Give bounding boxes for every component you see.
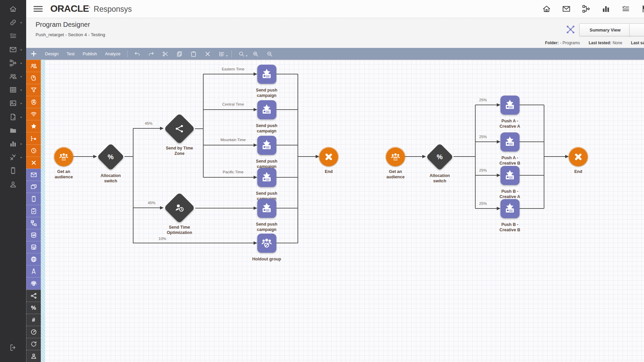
tab-analyze[interactable]: Analyze [105,48,120,59]
tab-test[interactable]: Test [66,48,74,59]
palette-item-filter[interactable] [26,84,41,96]
sidebar-item-analytics[interactable]: ▸ [0,137,26,150]
node-push-b-creative-b[interactable]: Push B -Creative B [500,199,520,218]
node-send-push-1[interactable]: Send pushcampaign [257,65,276,84]
redo-button[interactable] [147,49,156,59]
svg-text:%: % [108,153,114,161]
node-holdout-group[interactable]: Holdout group [257,234,276,253]
add-node-button[interactable] [26,48,41,60]
hamburger-menu-icon[interactable] [34,6,43,12]
palette-item-mobile-campaign[interactable] [26,193,41,205]
sidebar-item-account[interactable] [0,178,26,191]
meta-item: Folder:- Programs [545,41,580,45]
palette-item-wait[interactable] [26,338,41,350]
palette-item-design[interactable] [26,265,41,277]
palette-item-favorite[interactable] [26,120,41,132]
paste-button[interactable] [189,49,198,59]
palette-item-email-campaign[interactable] [26,169,41,181]
sidebar-item-tasks[interactable] [0,29,26,42]
palette-item-program-link[interactable] [26,132,41,144]
palette-resize-gutter[interactable] [41,60,45,362]
bar-chart-icon[interactable] [601,4,610,13]
tab-publish[interactable]: Publish [83,48,97,59]
node-label: Allocationswitch [419,173,461,184]
node-get-audience-1[interactable]: Get anaudience [54,147,73,166]
palette-item-campaign[interactable] [26,181,41,193]
sidebar-item-programs[interactable]: ▸ [0,57,26,69]
zoom-in-button[interactable] [251,49,260,59]
align-button[interactable]: ▾ [217,49,226,59]
delete-button[interactable] [203,49,212,59]
logout-icon[interactable] [0,341,26,354]
program-canvas[interactable] [45,60,644,362]
expand-arrow-icon: ▸ [20,75,22,78]
node-send-push-3[interactable]: Send pushcampaign [257,136,276,155]
node-label: Send pushcampaign [246,222,287,232]
palette-item-audience[interactable] [26,60,41,72]
network-view-icon[interactable] [566,24,576,35]
palette-item-switch[interactable] [26,290,41,302]
sidebar-item-folders[interactable] [0,124,26,137]
push-icon [257,100,276,119]
node-send-push-5[interactable]: Send pushcampaign [257,199,276,218]
workflow-icon[interactable] [582,4,591,13]
node-label: Get anaudience [375,169,416,180]
undo-button[interactable] [132,49,142,59]
palette-item-decision[interactable] [26,217,41,229]
node-send-by-time-zone[interactable]: Send by TimeZone [168,118,191,140]
zoom-select-button[interactable]: ▾ [237,49,246,59]
palette-item-proximity[interactable] [26,108,41,120]
flag-icon[interactable] [641,4,644,13]
palette-item-allocation-switch[interactable]: % [26,302,41,314]
node-push-a-creative-b[interactable]: Push A -Creative B [500,132,520,152]
palette-item-data-verify[interactable] [26,229,41,241]
node-get-audience-2[interactable]: Get anaudience [386,147,405,166]
zoom-out-button[interactable] [265,49,274,59]
node-end-2[interactable]: End [569,147,588,166]
palette-item-holdout-group[interactable] [26,277,41,289]
home-icon[interactable] [542,4,551,13]
summary-view-button[interactable]: Summary View [579,23,631,36]
sidebar-item-tools[interactable]: ▸ [0,151,26,164]
palette-item-profile-switch[interactable] [26,350,41,362]
tab-design[interactable]: Design [45,48,58,59]
node-allocation-switch-1[interactable]: %Allocationswitch [101,147,120,167]
toolbar-divider [231,51,232,57]
mail-icon[interactable] [562,4,571,13]
sidebar-item-forms[interactable]: ▸ [0,111,26,123]
expand-arrow-icon: ▸ [20,48,22,51]
app-sidebar: ▸▸▸▸▸▸▸▸▸ [0,0,26,362]
palette-item-profile-data[interactable] [26,72,41,84]
palette-item-data-export[interactable] [26,241,41,253]
task-list-icon[interactable] [621,4,630,13]
node-label: Push B -Creative A [489,189,531,199]
sidebar-item-audiences[interactable]: ▸ [0,70,26,83]
node-allocation-switch-2[interactable]: %Allocationswitch [430,147,449,167]
palette-item-data-switch[interactable]: # [26,314,41,326]
sidebar-item-links[interactable]: ▸ [0,16,26,29]
sidebar-item-data[interactable]: ▸ [0,83,26,96]
sidebar-item-home[interactable] [0,3,26,15]
sidebar-item-mobile[interactable] [0,164,26,177]
sidebar-item-content[interactable]: ▸ [0,97,26,110]
node-push-a-creative-a[interactable]: Push A -Creative A [500,96,520,115]
node-label: Holdout group [246,256,287,262]
node-label: Get anaudience [43,169,85,180]
node-end-1[interactable]: End [319,147,338,166]
copy-button[interactable] [175,49,184,59]
palette-item-recurring-audience[interactable] [26,96,41,108]
palette-item-schedule[interactable] [26,144,41,157]
palette-item-form[interactable] [26,205,41,217]
palette-item-web-campaign[interactable] [26,253,41,265]
sidebar-item-email[interactable]: ▸ [0,43,26,56]
node-send-time-optimization[interactable]: Send TimeOptimization [168,197,191,219]
cut-button[interactable] [161,49,170,59]
settings-button[interactable]: Settings [629,23,644,36]
node-send-push-4[interactable]: Send pushcampaign [257,168,276,187]
palette-item-end[interactable] [26,157,41,169]
node-send-push-2[interactable]: Send pushcampaign [257,100,276,119]
push-icon [257,136,276,155]
node-push-b-creative-a[interactable]: Push B -Creative A [500,166,520,185]
palette-item-performance-switch[interactable] [26,326,41,338]
expand-arrow-icon: ▸ [20,115,22,119]
